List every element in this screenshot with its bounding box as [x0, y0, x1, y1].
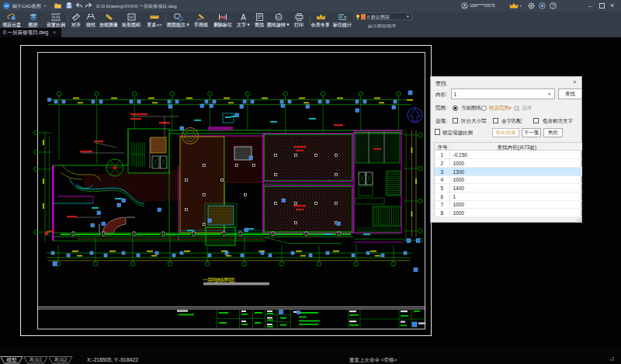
- svg-text:重复上次命令 <空格>: 重复上次命令 <空格>: [349, 357, 397, 363]
- svg-text:一层电面材料图: 一层电面材料图: [203, 277, 235, 283]
- svg-text:布局2: 布局2: [54, 357, 68, 363]
- svg-text:布局1: 布局1: [29, 357, 43, 363]
- svg-text:X:-218505, Y:-918422: X:-218505, Y:-918422: [87, 357, 138, 362]
- svg-text:模型: 模型: [7, 357, 18, 362]
